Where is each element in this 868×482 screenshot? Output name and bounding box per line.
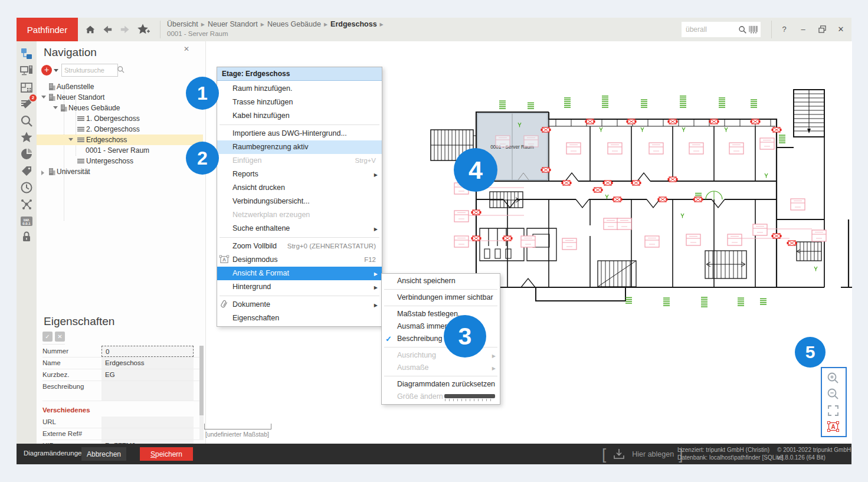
menu-item-kabel-hinzufügen[interactable]: Kabel hinzufügen <box>217 109 382 123</box>
tree-item-neuer-standort[interactable]: Neuer Standort <box>37 92 203 103</box>
menu-item-verbindungsübersicht-[interactable]: Verbindungsübersicht... <box>217 195 382 208</box>
tree-item-0001-server-raum[interactable]: 0001 - Server Raum <box>37 145 203 156</box>
menu-item-einfügen[interactable]: EinfügenStrg+V <box>217 154 382 168</box>
zoom-out-icon[interactable] <box>827 388 840 401</box>
sidebar-pie-chart-icon[interactable] <box>20 147 33 160</box>
property-value[interactable]: 0 <box>101 346 194 357</box>
menu-item-maßstab-festlegen-[interactable]: Maßstab festlegen... <box>382 308 500 320</box>
red-wall-marker <box>562 181 572 185</box>
search-icon[interactable] <box>117 65 125 76</box>
property-value[interactable] <box>101 417 194 428</box>
sidebar-ip-address-icon[interactable]: 192.0.0.1 <box>20 215 33 228</box>
menu-item-verbindungen-immer-sichtbar[interactable]: Verbindungen immer sichtbar <box>382 291 500 304</box>
menu-item-diagrammdaten-zurücksetzen[interactable]: Diagrammdaten zurücksetzen <box>382 378 500 391</box>
menu-item-ansicht-&-format[interactable]: Ansicht & Format▶ <box>217 267 382 280</box>
menu-item-größe-ändern[interactable]: Größe ändern <box>382 391 500 403</box>
breadcrumb-item[interactable]: Neuer Standort <box>208 20 258 28</box>
cancel-button[interactable]: Abbrechen <box>81 447 126 461</box>
property-value[interactable] <box>101 381 194 401</box>
menu-item-trasse-hinzufügen[interactable]: Trasse hinzufügen <box>217 96 382 109</box>
chevron-right-icon[interactable] <box>41 170 44 175</box>
menu-item-shortcut: Strg+V <box>355 154 376 168</box>
drop-icon <box>612 447 626 461</box>
scrollbar[interactable] <box>199 346 204 440</box>
chevron-down-icon[interactable] <box>68 138 73 141</box>
menu-item-ausmaße[interactable]: Ausmaße▶ <box>382 362 500 374</box>
menu-item-eigenschaften[interactable]: Eigenschaften <box>217 312 382 325</box>
sidebar-history-icon[interactable] <box>20 181 33 194</box>
menu-separator <box>220 237 379 238</box>
help-button[interactable]: ? <box>777 22 792 37</box>
menu-item-raumbegrenzung-aktiv[interactable]: Raumbegrenzung aktiv <box>217 140 382 154</box>
tree-item-2-obergeschoss[interactable]: 2. Obergeschoss <box>37 124 203 135</box>
menu-item-raum-hinzufügen-[interactable]: Raum hinzufügen. <box>217 82 382 96</box>
property-value[interactable]: EG <box>101 369 194 381</box>
breadcrumb-item-current[interactable]: Erdgeschoss <box>330 20 377 28</box>
menu-item-suche-enthaltene[interactable]: Suche enthaltene▶ <box>217 222 382 235</box>
back-icon[interactable] <box>99 22 114 37</box>
sidebar-workstation-icon[interactable] <box>20 64 33 77</box>
green-dimension-cluster <box>779 135 785 143</box>
sidebar-search-icon[interactable] <box>20 114 33 127</box>
tree-item-erdgeschoss[interactable]: Erdgeschoss <box>37 135 203 145</box>
property-value[interactable] <box>101 428 194 440</box>
zoom-fit-icon[interactable] <box>827 404 840 417</box>
menu-item-designmodus[interactable]: ADesignmodusF12 <box>217 253 382 267</box>
check-icon: ✓ <box>385 333 392 345</box>
apply-button[interactable]: ✓ <box>42 332 53 342</box>
menu-item-zoom-vollbild[interactable]: Zoom VollbildStrg+0 (ZEHNERTASTATUR) <box>217 240 382 253</box>
menu-item-dokumente[interactable]: Dokumente▶ <box>217 298 382 312</box>
structure-search-input[interactable] <box>61 64 118 77</box>
size-slider[interactable] <box>444 394 495 398</box>
data-socket-symbol <box>496 136 510 147</box>
sidebar-room-plan-icon[interactable] <box>20 81 33 94</box>
sidebar-structure-icon[interactable] <box>20 47 33 60</box>
menu-item-netzwerkplan-erzeugen[interactable]: Netzwerkplan erzeugen <box>217 208 382 222</box>
tree-item-universit-t[interactable]: Universität <box>37 166 203 177</box>
forward-icon[interactable] <box>118 22 133 37</box>
license-line: Lizenziert: tripunkt GmbH (Christin) <box>677 446 784 454</box>
property-label: Beschreibung <box>42 383 84 390</box>
tree-item-1-obergeschoss[interactable]: 1. Obergeschoss <box>37 113 203 124</box>
search-icon[interactable] <box>738 25 747 34</box>
menu-item-reports[interactable]: Reports▶ <box>217 168 382 181</box>
chevron-down-icon[interactable] <box>41 96 46 99</box>
sidebar-tag-icon[interactable] <box>20 165 33 178</box>
restore-button[interactable] <box>814 22 830 37</box>
barcode-icon[interactable] <box>749 25 758 34</box>
sidebar-topology-icon[interactable] <box>20 198 33 211</box>
property-value[interactable]: Erdgeschoss <box>101 358 194 369</box>
breadcrumb-item[interactable]: Neues Gebäude <box>267 20 321 28</box>
data-socket-symbol <box>562 238 577 250</box>
close-icon[interactable]: ✕ <box>184 45 189 53</box>
tree-item-label: Universität <box>57 168 90 176</box>
menu-item-ausrichtung[interactable]: Ausrichtung▶ <box>382 349 500 362</box>
global-search-input[interactable] <box>682 25 738 34</box>
scrollbar-thumb[interactable] <box>199 346 204 415</box>
drop-zone[interactable]: [ Hier ablegen ] <box>602 445 683 463</box>
sidebar-lock-icon[interactable] <box>20 230 33 243</box>
add-node-button[interactable]: + <box>41 65 52 76</box>
add-favorite-icon[interactable] <box>136 22 151 37</box>
design-mode-icon[interactable]: A <box>827 420 840 433</box>
save-button[interactable]: Speichern <box>140 447 193 461</box>
red-wall-marker <box>612 197 623 202</box>
tree-item-au-enstelle[interactable]: Außenstelle <box>37 81 203 92</box>
zoom-in-icon[interactable] <box>827 372 840 385</box>
close-button[interactable]: ✕ <box>833 22 849 37</box>
tree-item-neues-geb-ude[interactable]: Neues Gebäude <box>37 103 203 113</box>
app-menu-button[interactable]: Pathfinder <box>17 18 78 41</box>
chevron-down-icon[interactable] <box>54 69 58 72</box>
home-icon[interactable] <box>83 22 98 37</box>
sidebar-favorites-icon[interactable] <box>20 131 33 144</box>
sidebar-tools-icon[interactable]: 2 <box>20 97 33 110</box>
tree-item-untergeschoss[interactable]: Untergeschoss <box>37 156 203 166</box>
breadcrumb-item[interactable]: Übersicht <box>167 20 198 28</box>
discard-button[interactable]: ✕ <box>55 332 65 342</box>
menu-item-hintergrund[interactable]: Hintergrund▶ <box>217 280 382 294</box>
menu-item-ansicht-drucken[interactable]: Ansicht drucken <box>217 181 382 195</box>
minimize-button[interactable]: – <box>795 22 811 37</box>
menu-item-importiere-aus-dwg-hintergrund-[interactable]: Importiere aus DWG-Hintergrund... <box>217 127 382 140</box>
chevron-down-icon[interactable] <box>53 106 58 109</box>
menu-item-ansicht-speichern[interactable]: Ansicht speichern <box>382 275 500 287</box>
